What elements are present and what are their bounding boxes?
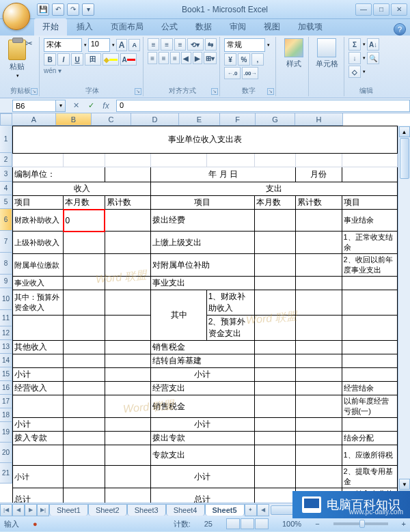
cell[interactable]	[254, 316, 295, 341]
cell[interactable]	[206, 154, 254, 167]
cell[interactable]: 事业结余	[342, 210, 397, 232]
row-header[interactable]: 9	[0, 275, 12, 288]
cell[interactable]	[296, 432, 342, 445]
italic-button[interactable]: I	[57, 53, 70, 66]
cell[interactable]: 其中：预算外资金收入	[13, 290, 64, 316]
cell-grid[interactable]: 事业单位收入支出表编制单位：年 月 日月份收入支出项目本月数累计数项目本月数累计…	[12, 126, 398, 503]
cell[interactable]	[296, 341, 342, 354]
row-header[interactable]: 6	[0, 209, 12, 231]
sheet-tab[interactable]: Sheet2	[88, 504, 127, 516]
row-header[interactable]: 5	[0, 195, 12, 209]
tab-page-layout[interactable]: 页面布局	[102, 18, 152, 36]
cell[interactable]: 拨出经费	[151, 210, 254, 232]
sort-button[interactable]: A↓	[367, 38, 379, 51]
cell[interactable]	[254, 382, 295, 395]
align-right-button[interactable]: ≡	[170, 52, 180, 64]
cell[interactable]	[64, 354, 105, 368]
fx-button[interactable]: fx	[100, 100, 112, 111]
cell[interactable]	[296, 290, 342, 316]
view-normal-button[interactable]	[226, 518, 240, 529]
cell[interactable]	[105, 210, 150, 232]
cell[interactable]	[105, 277, 150, 290]
decrease-indent-button[interactable]: ◀	[181, 52, 191, 64]
column-header[interactable]: D	[131, 113, 179, 126]
column-header[interactable]: G	[256, 113, 295, 126]
phonetic-button[interactable]: wén ▾	[44, 67, 62, 74]
help-button[interactable]: ?	[394, 23, 406, 36]
cell[interactable]	[254, 488, 295, 503]
increase-indent-button[interactable]: ▶	[193, 52, 202, 64]
cell[interactable]	[296, 368, 342, 382]
cell[interactable]	[105, 232, 150, 254]
row-header[interactable]: 8	[0, 253, 12, 275]
chevron-down-icon[interactable]: ▾	[267, 42, 270, 48]
cells-button[interactable]: 单元格	[313, 38, 340, 79]
sheet-tab[interactable]: Sheet3	[127, 504, 166, 516]
tab-view[interactable]: 视图	[256, 18, 288, 36]
cell[interactable]: 财政补助收入	[13, 210, 64, 232]
bold-button[interactable]: B	[44, 53, 56, 66]
column-header[interactable]: H	[295, 113, 343, 126]
cell[interactable]	[254, 154, 295, 167]
row-header[interactable]: 19	[0, 422, 12, 443]
row-header[interactable]: 14	[0, 354, 12, 367]
cell[interactable]: 2、收回以前年度事业支出	[342, 254, 397, 277]
cell[interactable]: 小计	[151, 368, 254, 382]
tab-review[interactable]: 审阅	[221, 18, 254, 36]
alignment-expand[interactable]: ↘	[211, 88, 218, 95]
office-button[interactable]	[3, 3, 30, 30]
cell[interactable]	[342, 290, 397, 316]
name-box-dropdown[interactable]: ▾	[56, 100, 66, 112]
cell[interactable]	[296, 466, 342, 488]
cell[interactable]	[64, 316, 105, 341]
row-header[interactable]: 17	[0, 395, 12, 408]
cell[interactable]: 累计数	[296, 196, 342, 210]
cell[interactable]: 1、应缴所得税	[342, 445, 397, 466]
row-header[interactable]: 3	[0, 167, 12, 182]
cell[interactable]: 支出	[151, 182, 398, 196]
cell[interactable]	[13, 154, 64, 167]
cell-styles-button[interactable]: 样式	[280, 38, 308, 79]
cell[interactable]: 项目	[13, 196, 64, 210]
scroll-down-button[interactable]: ▼	[399, 479, 410, 490]
clipboard-expand[interactable]: ↘	[31, 88, 38, 95]
align-middle-button[interactable]: ≡	[161, 38, 172, 51]
vertical-scrollbar[interactable]: ▲ ▼ —	[398, 126, 410, 503]
cell[interactable]: 事业收入	[13, 277, 64, 290]
cell[interactable]: 小计	[151, 418, 254, 432]
cell[interactable]: 编制单位：	[13, 167, 105, 182]
number-format-select[interactable]: 常规	[224, 38, 265, 52]
font-expand[interactable]: ↘	[135, 88, 141, 95]
cell[interactable]	[296, 395, 342, 418]
border-button[interactable]: 田	[85, 53, 101, 66]
cell[interactable]: 总计	[151, 488, 254, 503]
tab-data[interactable]: 数据	[187, 18, 220, 36]
wrap-text-button[interactable]: ⇆	[205, 38, 217, 51]
column-header[interactable]: B	[56, 113, 92, 126]
row-header[interactable]: 20	[0, 443, 12, 463]
align-left-button[interactable]: ≡	[148, 52, 157, 64]
cell[interactable]: 项目	[342, 196, 397, 210]
cancel-edit-button[interactable]: ✕	[70, 100, 82, 111]
cell[interactable]	[64, 254, 105, 277]
fill-button[interactable]: ↓	[348, 52, 361, 64]
cell[interactable]: 结余分配	[342, 432, 397, 445]
cell[interactable]: 销售税金	[151, 341, 254, 354]
cell[interactable]	[342, 418, 397, 432]
tab-home[interactable]: 开始	[34, 18, 67, 36]
cell[interactable]: 上级补助收入	[13, 232, 64, 254]
cell[interactable]: 小计	[13, 368, 64, 382]
sheet-tab[interactable]: Sheet4	[166, 504, 205, 516]
cell[interactable]	[342, 167, 397, 182]
cell[interactable]: 1、正常收支结余	[342, 232, 397, 254]
cell[interactable]	[64, 382, 105, 395]
tab-insert[interactable]: 插入	[68, 18, 101, 36]
cell[interactable]	[105, 418, 150, 432]
number-expand[interactable]: ↘	[267, 88, 274, 95]
cell[interactable]	[296, 154, 342, 167]
cell[interactable]: 0	[64, 210, 105, 232]
row-header[interactable]: 18	[0, 408, 12, 422]
scroll-up-button[interactable]: ▲	[399, 126, 410, 137]
cell[interactable]: 事业支出	[151, 277, 254, 290]
cell[interactable]	[105, 354, 150, 368]
